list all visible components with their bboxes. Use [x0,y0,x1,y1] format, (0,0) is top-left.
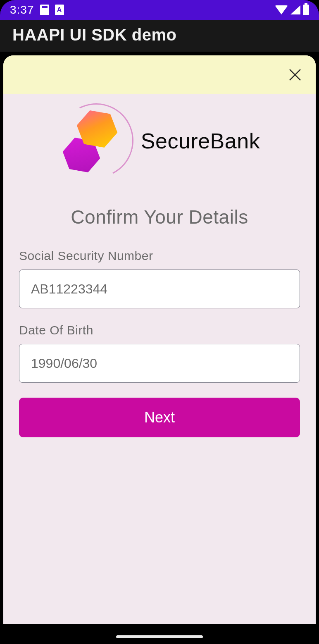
brand-logo: SecureBank [19,94,300,197]
app-title: HAAPI UI SDK demo [12,26,176,44]
brand-logo-mark [59,102,133,180]
ssn-label: Social Security Number [19,249,300,263]
gesture-nav-pill[interactable] [116,635,203,638]
dob-input[interactable] [19,344,300,383]
device-frame: 3:37 A HAAPI UI SDK demo [0,0,319,644]
cellular-icon [290,5,300,14]
ssn-field-group: Social Security Number [19,249,300,323]
modal-sheet: SecureBank Confirm Your Details Social S… [3,55,316,624]
ssn-input[interactable] [19,270,300,308]
wifi-icon [275,5,288,14]
language-badge-icon: A [55,5,64,15]
dob-label: Date Of Birth [19,323,300,337]
status-right [275,5,309,15]
sheet-banner [3,55,316,94]
brand-name: SecureBank [141,129,260,153]
close-button[interactable] [286,66,304,84]
dob-field-group: Date Of Birth [19,323,300,398]
next-button[interactable]: Next [19,398,300,437]
sheet-body: SecureBank Confirm Your Details Social S… [3,94,316,437]
battery-icon [303,5,309,15]
close-icon [288,67,302,82]
page-title: Confirm Your Details [19,206,300,228]
status-bar: 3:37 A [0,0,319,20]
status-left: 3:37 A [10,3,64,17]
sd-card-icon [40,5,49,15]
status-time: 3:37 [10,3,34,17]
app-bar: HAAPI UI SDK demo [0,20,319,52]
